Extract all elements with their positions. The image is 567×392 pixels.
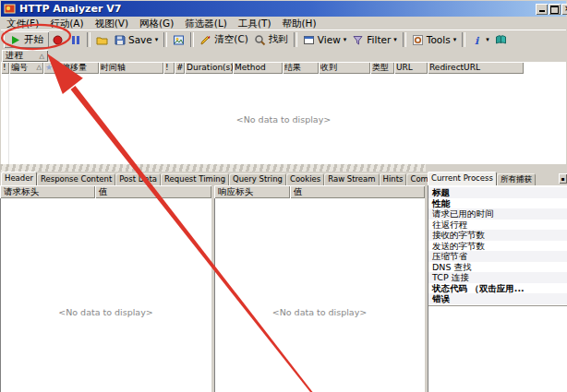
- tab-request-timing[interactable]: Request Timing: [161, 173, 229, 185]
- col-method-label: Method: [235, 62, 266, 74]
- response-header-name-column[interactable]: 响应标头: [214, 185, 290, 198]
- col-url[interactable]: URL: [394, 62, 428, 74]
- col-redirecturl-label: RedirectURL: [429, 62, 480, 74]
- find-button[interactable]: 找到: [251, 31, 291, 48]
- play-icon: [9, 34, 21, 46]
- col-result[interactable]: 结果: [283, 62, 319, 74]
- col-alert[interactable]: !: [163, 62, 175, 74]
- window-title: HTTP Analyzer V7: [19, 3, 121, 15]
- response-headers-columns: 响应标头 值: [214, 185, 425, 198]
- filter-button[interactable]: Filter▾: [349, 31, 400, 48]
- menu-action[interactable]: 行动(A): [44, 17, 89, 30]
- menu-grid[interactable]: 网格(G): [134, 17, 179, 30]
- col-redirecturl[interactable]: RedirectURL: [428, 62, 524, 74]
- maximize-button[interactable]: [549, 4, 561, 15]
- col-count-label: #: [176, 62, 184, 74]
- response-header-value-column[interactable]: 值: [290, 185, 425, 198]
- menu-help[interactable]: 帮助(H): [277, 17, 322, 30]
- tab-header[interactable]: Header: [1, 172, 37, 185]
- row-status-code[interactable]: 状态代码 （双击应用...: [428, 283, 567, 294]
- toolbar-separator: [294, 32, 297, 47]
- minimize-button[interactable]: [536, 4, 548, 15]
- col-star[interactable]: ★: [43, 62, 60, 74]
- tab-hints[interactable]: Hints: [380, 173, 407, 185]
- summary-panel: Current Process所有捕获▪ 标题性能请求已用的时间往返行程接收的字…: [428, 172, 567, 392]
- grid-column-divider: [8, 74, 9, 164]
- response-headers-panel[interactable]: 响应标头 值 <No data to display>: [214, 185, 425, 392]
- row-error[interactable]: 错误: [428, 293, 567, 304]
- col-number[interactable]: 编号△: [9, 62, 43, 74]
- save-button[interactable]: Save▾: [111, 31, 161, 48]
- pause-icon: [69, 34, 81, 46]
- help-button[interactable]: [492, 31, 510, 48]
- tab-response-content[interactable]: Response Content: [37, 173, 115, 185]
- col-timeline[interactable]: 时间轴: [99, 62, 163, 74]
- chevron-down-icon: ▾: [344, 35, 347, 44]
- start-button[interactable]: 开始: [4, 31, 49, 48]
- row-dns-lookup[interactable]: DNS 查找: [428, 262, 567, 273]
- response-empty-text: <No data to display>: [272, 307, 368, 317]
- menu-tools[interactable]: 工具(T): [233, 17, 277, 30]
- col-number-label: 编号: [11, 62, 28, 74]
- row-compression-saving[interactable]: 压缩节省: [428, 251, 567, 262]
- col-marker-label: !: [3, 62, 6, 74]
- tab-current-process[interactable]: Current Process: [428, 172, 497, 185]
- tab-raw-stream[interactable]: Raw Stream: [324, 173, 379, 185]
- tools-button[interactable]: Tools▾: [409, 31, 459, 48]
- tools-icon: [412, 34, 424, 46]
- col-method[interactable]: Method: [233, 62, 283, 74]
- start-button-label: 开始: [24, 33, 43, 46]
- chevron-down-icon: ▾: [155, 35, 159, 44]
- summary-tab-bar: Current Process所有捕获▪: [428, 172, 567, 185]
- col-duration[interactable]: Duration(s): [185, 62, 233, 74]
- row-bytes-received[interactable]: 接收的字节数: [428, 230, 567, 241]
- app-window: HTTP Analyzer V7 × 文件(F)行动(A)视图(V)网格(G)筛…: [0, 0, 567, 392]
- tab-query-string[interactable]: Query String: [229, 173, 286, 185]
- toolbar-separator: [462, 32, 465, 47]
- pause-button[interactable]: [66, 31, 84, 48]
- menu-file[interactable]: 文件(F): [1, 17, 44, 30]
- col-received[interactable]: 收到: [319, 62, 370, 74]
- open-button[interactable]: [93, 31, 111, 48]
- row-tcp-connect[interactable]: TCP 连接: [428, 272, 567, 283]
- col-type[interactable]: 类型: [370, 62, 394, 74]
- col-offset[interactable]: 偏移量: [60, 62, 99, 74]
- menu-view[interactable]: 视图(V): [90, 17, 134, 30]
- grid-empty-text: <No data to display>: [236, 114, 332, 125]
- row-caption[interactable]: 标题: [428, 187, 567, 198]
- splitter-handle[interactable]: [0, 164, 426, 172]
- info-button[interactable]: i▾: [468, 31, 492, 48]
- row-performance[interactable]: 性能: [428, 198, 567, 209]
- col-alert-label: !: [165, 62, 169, 74]
- toolbar: 开始Save▾清空(C)找到View▾Filter▾Tools▾i▾: [1, 30, 566, 49]
- row-round-trip[interactable]: 往返行程: [428, 220, 567, 231]
- view-button[interactable]: View▾: [300, 31, 349, 48]
- col-type-label: 类型: [372, 62, 389, 74]
- col-marker[interactable]: !: [1, 62, 9, 74]
- request-headers-panel[interactable]: 请求标头 值 <No data to display>: [0, 185, 211, 392]
- info-icon: i: [471, 34, 483, 46]
- tab-all-captured[interactable]: 所有捕获: [497, 173, 536, 185]
- chevron-down-icon: ▾: [486, 35, 489, 44]
- request-header-name-column[interactable]: 请求标头: [0, 185, 95, 198]
- toolbar-separator: [163, 32, 167, 47]
- clear-button[interactable]: 清空(C): [197, 31, 251, 48]
- image-icon: [173, 34, 185, 46]
- tab-post-data[interactable]: Post Data: [115, 173, 161, 185]
- panel-menu-button[interactable]: ▪: [559, 173, 567, 184]
- request-header-value-column[interactable]: 值: [95, 185, 211, 198]
- row-bytes-sent[interactable]: 发送的字节数: [428, 241, 567, 252]
- row-request-time[interactable]: 请求已用的时间: [428, 208, 567, 220]
- toolbar-separator: [403, 32, 406, 47]
- tab-cookies[interactable]: Cookies: [286, 173, 324, 185]
- session-grid[interactable]: <No data to display>: [1, 74, 566, 164]
- col-count[interactable]: #: [175, 62, 185, 74]
- col-duration-label: Duration(s): [187, 62, 233, 74]
- close-button[interactable]: ×: [561, 4, 567, 15]
- panels-button[interactable]: [170, 31, 187, 48]
- help-book-icon: [495, 34, 507, 46]
- app-icon: [4, 3, 16, 15]
- process-tab[interactable]: 进程 △: [2, 50, 48, 62]
- menu-filter[interactable]: 筛选器(L): [179, 17, 233, 30]
- record-button[interactable]: [49, 31, 66, 48]
